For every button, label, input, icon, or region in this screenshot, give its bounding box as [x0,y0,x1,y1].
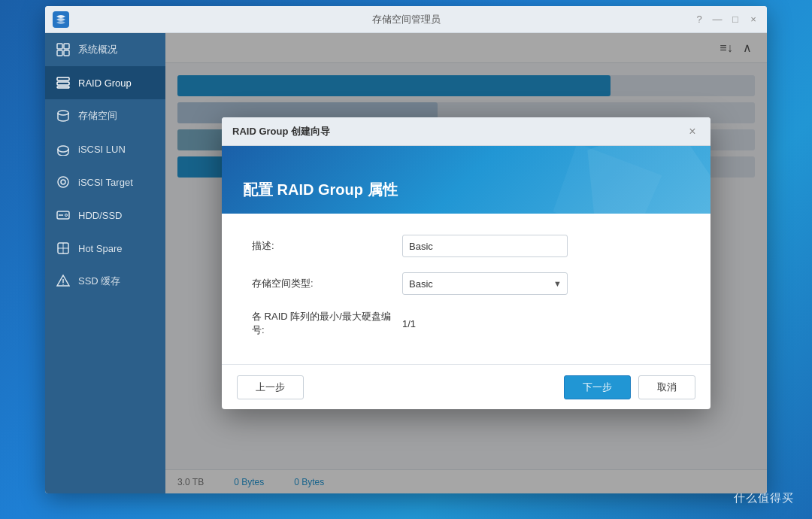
storage-type-select-wrap: Basic SHR JBOD RAID 0 RAID 1 RAID 5 RAID… [402,272,680,295]
sidebar-item-raid-group[interactable]: RAID Group [45,66,165,99]
title-bar-left [53,11,69,28]
sidebar-item-hot-spare[interactable]: Hot Spare [45,232,165,265]
modal-dialog: RAID Group 创建向导 × 配置 RAID Group 属性 描述: [222,117,710,409]
svg-point-12 [58,177,68,187]
help-button[interactable]: ? [693,14,705,26]
raid-disks-value-wrap: 1/1 [402,317,680,330]
description-input-wrap [402,235,680,257]
sidebar-item-label: Hot Spare [78,243,123,254]
app-body: 系统概况 RAID Group [45,33,767,493]
svg-rect-4 [64,50,69,56]
sidebar-item-storage-space[interactable]: 存储空间 [45,99,165,132]
form-row-storage-type: 存储空间类型: Basic SHR JBOD RAID 0 RAID 1 [252,272,680,295]
sidebar-item-label: RAID Group [78,77,132,89]
hdd-icon [56,208,71,223]
storage-type-select[interactable]: Basic SHR JBOD RAID 0 RAID 1 RAID 5 RAID… [402,272,568,295]
sidebar-item-label: SSD 缓存 [78,275,120,288]
svg-point-13 [61,180,65,184]
prev-button[interactable]: 上一步 [237,375,304,399]
sidebar: 系统概况 RAID Group [45,33,165,493]
cancel-button[interactable]: 取消 [638,375,695,399]
sidebar-item-label: 系统概况 [78,43,117,56]
description-label: 描述: [252,239,402,253]
svg-point-15 [65,214,68,217]
svg-rect-5 [57,77,69,80]
sidebar-item-label: iSCSI LUN [78,144,126,155]
title-bar: 存储空间管理员 ? — □ × [45,6,767,33]
app-logo-icon [53,11,69,28]
modal-title: RAID Group 创建向导 [232,125,330,138]
sidebar-item-ssd-cache[interactable]: SSD 缓存 [45,265,165,298]
form-row-description: 描述: [252,235,680,257]
storage-type-select-container: Basic SHR JBOD RAID 0 RAID 1 RAID 5 RAID… [402,272,568,295]
app-window: 存储空间管理员 ? — □ × 系统概况 [45,6,767,493]
sidebar-item-hdd-ssd[interactable]: HDD/SSD [45,199,165,232]
raid-icon [56,75,71,90]
ssd-cache-icon [56,274,71,289]
sidebar-item-label: HDD/SSD [78,210,123,221]
modal-titlebar: RAID Group 创建向导 × [222,117,710,146]
sidebar-item-system-overview[interactable]: 系统概况 [45,33,165,66]
raid-disks-label: 各 RAID 阵列的最小/最大硬盘编号: [252,310,402,337]
raid-disks-value: 1/1 [402,318,416,329]
svg-rect-2 [64,44,69,49]
main-content: ≡↓ ∧ [165,33,767,493]
svg-point-22 [62,284,64,285]
svg-point-8 [58,111,68,115]
footer-right-buttons: 下一步 取消 [564,375,695,399]
modal-overlay: RAID Group 创建向导 × 配置 RAID Group 属性 描述: [165,33,767,493]
window-controls: ? — □ × [693,14,759,26]
storage-icon [56,108,71,123]
description-input[interactable] [402,235,568,257]
app-title: 存储空间管理员 [372,13,441,26]
sidebar-item-label: iSCSI Target [78,177,133,188]
close-button[interactable]: × [747,14,759,26]
svg-rect-6 [57,82,69,85]
svg-rect-1 [57,44,62,49]
form-row-raid-disks: 各 RAID 阵列的最小/最大硬盘编号: 1/1 [252,310,680,337]
next-button[interactable]: 下一步 [564,375,631,399]
sidebar-item-label: 存储空间 [78,109,117,123]
minimize-button[interactable]: — [711,14,723,26]
maximize-button[interactable]: □ [729,14,741,26]
overview-icon [56,42,71,57]
sidebar-item-iscsi-lun[interactable]: iSCSI LUN [45,132,165,165]
modal-header-title: 配置 RAID Group 属性 [243,180,398,200]
storage-type-label: 存储空间类型: [252,277,402,290]
modal-body: 描述: 存储空间类型: Basic SHR [222,214,710,364]
svg-rect-3 [57,50,62,56]
modal-footer: 上一步 下一步 取消 [222,364,710,409]
hot-spare-icon [56,241,71,256]
iscsi-target-icon [56,175,71,190]
sidebar-item-iscsi-target[interactable]: iSCSI Target [45,165,165,199]
modal-close-button[interactable]: × [685,124,700,139]
modal-header: 配置 RAID Group 属性 [222,146,710,214]
svg-rect-7 [57,86,69,88]
iscsi-lun-icon [56,141,71,156]
svg-point-9 [58,146,68,152]
